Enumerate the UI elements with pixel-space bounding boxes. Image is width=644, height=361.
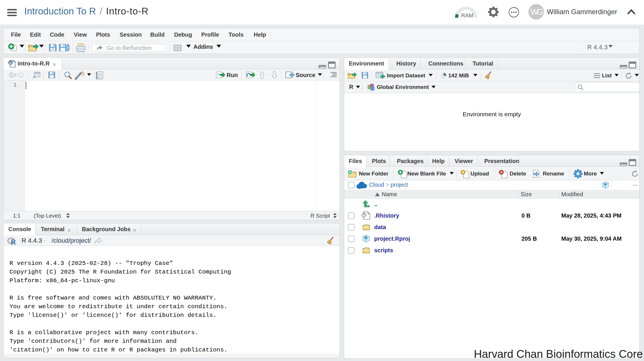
svg-text:R: R — [11, 238, 16, 246]
svg-text:R: R — [604, 182, 607, 186]
svg-text:R: R — [9, 61, 12, 65]
svg-text:R: R — [365, 235, 368, 240]
svg-text:RAM: RAM — [461, 12, 473, 18]
